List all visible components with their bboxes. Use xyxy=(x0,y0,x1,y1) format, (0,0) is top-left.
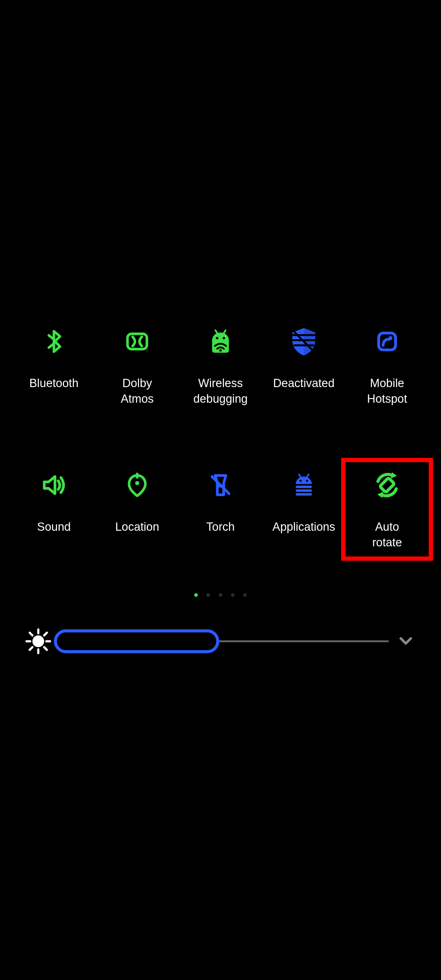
brightness-icon xyxy=(21,624,55,658)
tile-wireless-debugging[interactable]: Wireless debugging xyxy=(179,318,262,413)
tile-sound[interactable]: Sound xyxy=(12,462,96,557)
tile-auto-rotate[interactable]: Auto rotate xyxy=(345,462,429,557)
tile-label: Location xyxy=(115,519,159,535)
page-dot xyxy=(194,593,198,597)
page-dot xyxy=(231,593,235,597)
speaker-icon xyxy=(37,468,71,502)
tile-label: Mobile Hotspot xyxy=(367,375,407,407)
bluetooth-icon xyxy=(37,325,71,358)
tile-label: Wireless debugging xyxy=(193,375,248,407)
android-wifi-icon xyxy=(204,325,237,358)
torch-icon xyxy=(204,468,237,502)
page-dot xyxy=(243,593,247,597)
tile-dolby-atmos[interactable]: Dolby Atmos xyxy=(96,318,179,413)
location-icon xyxy=(120,468,154,502)
tile-torch[interactable]: Torch xyxy=(179,462,262,557)
tile-label: Dolby Atmos xyxy=(121,375,154,407)
tile-label: Sound xyxy=(37,519,71,535)
tile-label: Bluetooth xyxy=(29,375,79,391)
autorotate-icon xyxy=(370,468,404,502)
tile-applications[interactable]: Applications xyxy=(262,462,345,557)
brightness-slider[interactable] xyxy=(58,629,389,654)
slider-thumb[interactable] xyxy=(54,629,219,653)
brightness-control xyxy=(0,624,441,658)
hotspot-icon xyxy=(370,325,404,358)
page-dot xyxy=(206,593,210,597)
tile-label: Torch xyxy=(206,519,235,535)
tile-bluetooth[interactable]: Bluetooth xyxy=(12,318,96,413)
dolby-atmos-icon xyxy=(120,325,154,358)
shield-icon xyxy=(287,325,321,358)
page-dot xyxy=(219,593,222,597)
tile-mobile-hotspot[interactable]: Mobile Hotspot xyxy=(345,318,429,413)
applications-icon xyxy=(287,468,321,502)
expand-brightness-button[interactable] xyxy=(392,627,420,655)
tile-label: Deactivated xyxy=(273,375,335,391)
tile-label: Applications xyxy=(272,519,335,535)
tile-location[interactable]: Location xyxy=(96,462,179,557)
quick-settings-panel: Bluetooth Dolby Atmos Wireless debugging… xyxy=(0,318,441,658)
quick-settings-grid: Bluetooth Dolby Atmos Wireless debugging… xyxy=(0,318,441,557)
tile-deactivated[interactable]: Deactivated xyxy=(262,318,345,413)
page-indicator xyxy=(0,593,441,597)
tile-label: Auto rotate xyxy=(372,519,402,550)
